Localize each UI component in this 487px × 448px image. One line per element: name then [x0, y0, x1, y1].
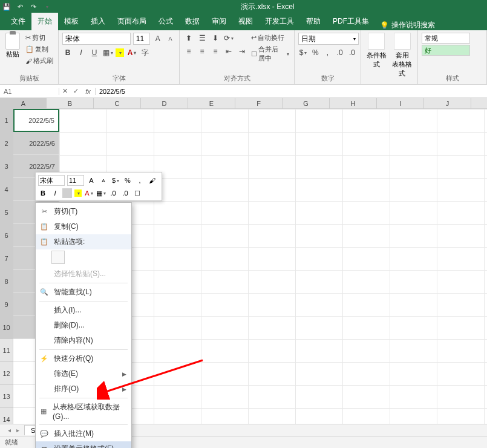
menu-format-cells[interactable]: ▦设置单元格格式(F)...	[36, 441, 131, 448]
align-right-icon[interactable]: ≡	[210, 46, 221, 57]
increase-decimal-icon[interactable]: .0	[335, 47, 345, 58]
style-normal[interactable]: 常规	[422, 33, 470, 44]
row-header-2[interactable]: 2	[0, 132, 13, 155]
underline-button[interactable]: U	[89, 47, 100, 58]
mini-format-painter-icon[interactable]: 🖌	[147, 176, 157, 185]
cell-A2[interactable]: 2022/5/6	[13, 132, 59, 155]
menu-clear[interactable]: 清除内容(N)	[36, 333, 131, 348]
row-header-7[interactable]: 7	[0, 247, 13, 270]
border-button[interactable]: ▦	[102, 47, 113, 58]
wrap-text-button[interactable]: ↩自动换行	[250, 33, 290, 43]
col-header-I[interactable]: I	[377, 98, 424, 108]
tab-data[interactable]: 数据	[179, 13, 206, 30]
save-icon[interactable]: 💾	[2, 2, 11, 11]
menu-delete[interactable]: 删除(D)...	[36, 318, 131, 333]
row-header-8[interactable]: 8	[0, 270, 13, 293]
decrease-font-icon[interactable]: A	[165, 33, 175, 44]
row-header-6[interactable]: 6	[0, 224, 13, 247]
font-color-button[interactable]: A	[126, 47, 137, 58]
format-as-table-button[interactable]: 套用 表格格式	[391, 33, 414, 78]
redo-icon[interactable]: ↷	[29, 2, 38, 11]
menu-copy[interactable]: 📋复制(C)	[36, 219, 131, 234]
menu-get-data[interactable]: ▦从表格/区域获取数据(G)...	[36, 400, 131, 423]
sheet-nav-next-icon[interactable]: ▸	[13, 427, 22, 433]
mini-bold-button[interactable]: B	[38, 188, 48, 198]
menu-insert[interactable]: 插入(I)...	[36, 303, 131, 318]
format-painter-button[interactable]: 🖌格式刷	[24, 56, 54, 66]
phonetic-button[interactable]: 字	[140, 47, 151, 58]
italic-button[interactable]: I	[76, 47, 87, 58]
col-header-F[interactable]: F	[235, 98, 283, 108]
name-box[interactable]: A1	[0, 88, 59, 95]
tab-home[interactable]: 开始	[31, 13, 58, 30]
menu-quick-analysis[interactable]: ⚡快速分析(Q)	[36, 351, 131, 366]
align-center-icon[interactable]: ≡	[197, 46, 208, 57]
row-header-1[interactable]: 1	[0, 109, 13, 132]
percent-icon[interactable]: %	[310, 47, 320, 58]
mini-decrease-font-icon[interactable]: A	[99, 176, 108, 185]
row-header-11[interactable]: 11	[0, 339, 13, 362]
confirm-icon[interactable]: ✓	[70, 87, 81, 95]
menu-smart-lookup[interactable]: 🔍智能查找(L)	[36, 285, 131, 300]
qat-dropdown-icon[interactable]	[42, 2, 51, 11]
mini-decimal-dec-icon[interactable]: .0	[120, 188, 130, 198]
mini-percent-icon[interactable]: %	[123, 176, 132, 185]
mini-increase-font-icon[interactable]: A	[87, 176, 96, 185]
col-header-C[interactable]: C	[94, 98, 141, 108]
tab-help[interactable]: 帮助	[300, 13, 327, 30]
number-format-select[interactable]: 日期▾	[298, 33, 359, 45]
row-header-4[interactable]: 4	[0, 178, 13, 201]
indent-decrease-icon[interactable]: ⇤	[223, 46, 234, 57]
copy-button[interactable]: 📋复制	[24, 44, 54, 54]
tab-insert[interactable]: 插入	[85, 13, 111, 30]
row-header-12[interactable]: 12	[0, 362, 13, 385]
menu-sort[interactable]: 排序(O)▶	[36, 381, 131, 397]
mini-currency-icon[interactable]: $	[111, 176, 120, 185]
tab-file[interactable]: 文件	[5, 13, 31, 30]
mini-fill-button[interactable]	[62, 188, 72, 198]
mini-font-color-icon[interactable]: A	[84, 188, 94, 198]
mini-decimal-inc-icon[interactable]: .0	[108, 188, 118, 198]
row-header-5[interactable]: 5	[0, 201, 13, 224]
merge-center-button[interactable]: ☐合并后居中	[250, 44, 290, 64]
row-header-3[interactable]: 3	[0, 155, 13, 178]
formula-input[interactable]: 2022/5/5	[96, 88, 487, 95]
sheet-nav-prev-icon[interactable]: ◂	[5, 427, 13, 433]
mini-comma-icon[interactable]: ,	[135, 176, 145, 185]
conditional-format-button[interactable]: 条件格式	[365, 33, 388, 69]
paste-default-icon[interactable]	[51, 251, 65, 264]
fx-icon[interactable]: fx	[81, 88, 96, 95]
row-header-13[interactable]: 13	[0, 385, 13, 408]
tab-review[interactable]: 审阅	[206, 13, 232, 30]
font-name-select[interactable]: 宋体	[62, 33, 131, 45]
font-size-select[interactable]: 11	[133, 33, 151, 45]
tell-me-search[interactable]: 💡 操作说明搜索	[380, 20, 435, 30]
align-bottom-icon[interactable]: ⬇	[210, 33, 221, 44]
mini-font-select[interactable]: 宋体	[38, 175, 65, 186]
cell-A1[interactable]: 2022/5/5	[13, 109, 59, 132]
align-left-icon[interactable]: ≡	[183, 46, 194, 57]
orientation-icon[interactable]: ⟳	[223, 33, 234, 44]
mini-merge-icon[interactable]: ☐	[132, 188, 142, 198]
mini-border-icon[interactable]: ▦	[96, 188, 106, 198]
paste-button[interactable]: 粘贴	[4, 33, 22, 59]
undo-icon[interactable]: ↶	[16, 2, 24, 11]
mini-italic-button[interactable]: I	[50, 188, 60, 198]
style-good[interactable]: 好	[422, 45, 470, 56]
currency-icon[interactable]: $	[298, 47, 308, 58]
menu-insert-comment[interactable]: 💬插入批注(M)	[36, 426, 131, 441]
mini-size-select[interactable]: 11	[67, 175, 84, 186]
row-header-9[interactable]: 9	[0, 293, 13, 316]
col-header-A[interactable]: A	[1, 98, 47, 108]
menu-cut[interactable]: ✂剪切(T)	[36, 204, 131, 219]
align-top-icon[interactable]: ⬆	[183, 33, 194, 44]
col-header-G[interactable]: G	[283, 98, 330, 108]
col-header-K[interactable]: K	[471, 98, 487, 108]
col-header-E[interactable]: E	[188, 98, 235, 108]
fill-color-button[interactable]	[116, 48, 124, 57]
bold-button[interactable]: B	[62, 47, 73, 58]
col-header-D[interactable]: D	[141, 98, 188, 108]
mini-fill-color-icon[interactable]	[74, 189, 82, 197]
tab-pdf[interactable]: PDF工具集	[327, 13, 375, 30]
indent-increase-icon[interactable]: ⇥	[237, 46, 247, 57]
